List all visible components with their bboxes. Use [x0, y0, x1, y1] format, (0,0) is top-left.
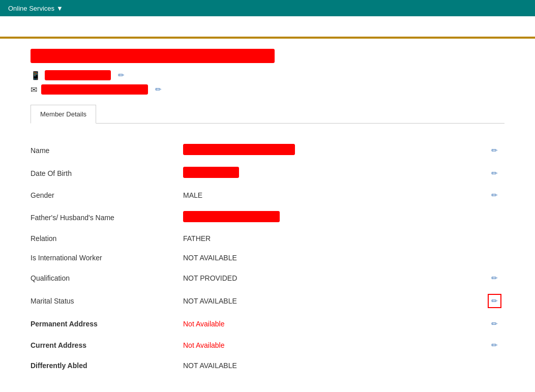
email-row: ✉ ✏	[31, 84, 504, 95]
detail-row-9: Current AddressNot Available✏	[31, 335, 504, 356]
detail-row-7: Marital StatusNOT AVAILABLE✏	[31, 289, 504, 313]
detail-edit-cell-0: ✏	[484, 145, 504, 156]
edit-button-1[interactable]: ✏	[490, 168, 499, 179]
detail-value-1	[183, 167, 484, 179]
detail-edit-cell-7: ✏	[484, 294, 504, 308]
detail-label-3: Father's/ Husband's Name	[31, 214, 183, 222]
detail-value-10: NOT AVAILABLE	[183, 361, 484, 370]
detail-value-7: NOT AVAILABLE	[183, 297, 484, 305]
detail-edit-cell-1: ✏	[484, 168, 504, 179]
edit-button-8[interactable]: ✏	[490, 318, 499, 329]
detail-label-9: Current Address	[31, 341, 183, 349]
detail-label-6: Qualification	[31, 274, 183, 282]
detail-value-9: Not Available	[183, 341, 484, 349]
email-redacted	[41, 84, 148, 95]
top-bar: Online Services ▼	[0, 0, 535, 16]
detail-edit-cell-6: ✏	[484, 273, 504, 284]
redacted-block-1	[183, 167, 239, 178]
online-services-link[interactable]: Online Services	[8, 5, 54, 12]
detail-row-10: Differently AbledNOT AVAILABLE	[31, 356, 504, 375]
email-icon: ✉	[31, 85, 37, 95]
detail-row-4: RelationFATHER	[31, 229, 504, 248]
redacted-block-0	[183, 144, 295, 155]
detail-value-2: MALE	[183, 191, 484, 199]
detail-edit-cell-9: ✏	[484, 340, 504, 351]
details-table: Name✏Date Of Birth✏GenderMALE✏Father's/ …	[31, 139, 504, 375]
detail-label-10: Differently Abled	[31, 361, 183, 370]
edit-button-2[interactable]: ✏	[490, 190, 499, 201]
detail-label-1: Date Of Birth	[31, 169, 183, 177]
edit-button-7[interactable]: ✏	[488, 294, 501, 308]
name-redacted-bar	[31, 49, 275, 63]
main-content: 📱 ✏ ✉ ✏ Member Details Name✏Date Of Birt…	[0, 39, 535, 385]
edit-button-0[interactable]: ✏	[490, 145, 499, 156]
tab-member-details[interactable]: Member Details	[31, 105, 96, 124]
detail-row-3: Father's/ Husband's Name	[31, 206, 504, 229]
email-edit-button[interactable]: ✏	[155, 85, 162, 94]
redacted-block-3	[183, 211, 280, 222]
detail-label-7: Marital Status	[31, 297, 183, 305]
detail-edit-cell-8: ✏	[484, 318, 504, 329]
detail-value-0	[183, 144, 484, 157]
detail-label-4: Relation	[31, 234, 183, 243]
phone-row: 📱 ✏	[31, 70, 504, 80]
detail-row-8: Permanent AddressNot Available✏	[31, 313, 504, 335]
phone-icon: 📱	[31, 71, 41, 80]
detail-row-6: QualificationNOT PROVIDED✏	[31, 267, 504, 289]
detail-label-2: Gender	[31, 191, 183, 199]
tabs-container: Member Details	[31, 105, 504, 124]
detail-value-6: NOT PROVIDED	[183, 274, 484, 282]
edit-button-6[interactable]: ✏	[490, 273, 499, 284]
detail-value-4: FATHER	[183, 234, 484, 243]
detail-value-3	[183, 211, 484, 224]
phone-redacted	[45, 70, 111, 80]
detail-edit-cell-2: ✏	[484, 190, 504, 201]
detail-label-8: Permanent Address	[31, 320, 183, 328]
dropdown-arrow: ▼	[56, 5, 63, 12]
phone-edit-button[interactable]: ✏	[118, 71, 125, 80]
detail-row-1: Date Of Birth✏	[31, 162, 504, 185]
detail-value-8: Not Available	[183, 320, 484, 328]
detail-label-5: Is International Worker	[31, 254, 183, 262]
detail-value-5: NOT AVAILABLE	[183, 254, 484, 262]
edit-button-9[interactable]: ✏	[490, 340, 499, 351]
detail-label-0: Name	[31, 146, 183, 155]
detail-row-5: Is International WorkerNOT AVAILABLE	[31, 248, 504, 267]
detail-row-2: GenderMALE✏	[31, 185, 504, 206]
detail-row-0: Name✏	[31, 139, 504, 162]
